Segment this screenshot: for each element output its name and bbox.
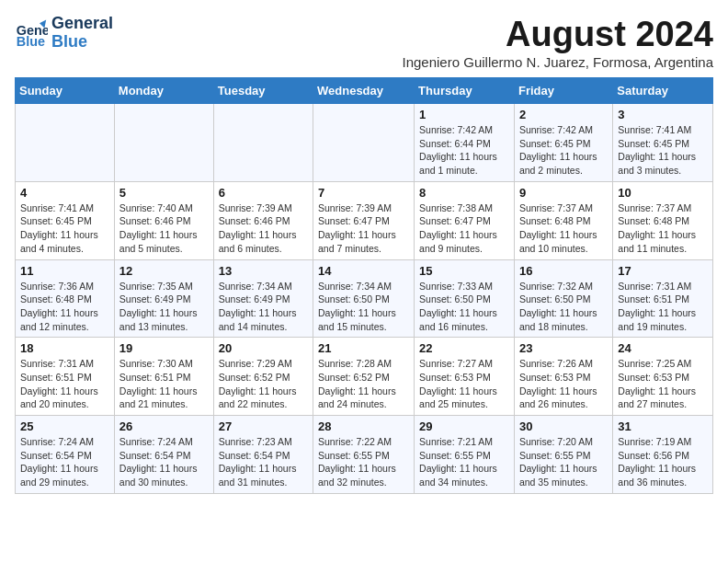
day-number: 9 (519, 186, 608, 200)
day-number: 13 (219, 264, 308, 278)
day-info: Sunrise: 7:22 AM Sunset: 6:55 PM Dayligh… (318, 435, 409, 489)
day-info: Sunrise: 7:25 AM Sunset: 6:53 PM Dayligh… (618, 357, 708, 411)
day-info: Sunrise: 7:37 AM Sunset: 6:48 PM Dayligh… (519, 201, 608, 256)
svg-text:Blue: Blue (17, 34, 45, 49)
day-number: 8 (419, 186, 509, 200)
day-info: Sunrise: 7:28 AM Sunset: 6:52 PM Dayligh… (318, 357, 409, 411)
day-info: Sunrise: 7:41 AM Sunset: 6:45 PM Dayligh… (20, 201, 109, 256)
day-number: 4 (20, 186, 109, 200)
day-cell: 30Sunrise: 7:20 AM Sunset: 6:55 PM Dayli… (514, 416, 612, 494)
day-cell: 2Sunrise: 7:42 AM Sunset: 6:45 PM Daylig… (514, 104, 612, 182)
day-info: Sunrise: 7:36 AM Sunset: 6:48 PM Dayligh… (20, 280, 109, 334)
day-info: Sunrise: 7:20 AM Sunset: 6:55 PM Dayligh… (519, 435, 608, 489)
day-cell: 14Sunrise: 7:34 AM Sunset: 6:50 PM Dayli… (313, 259, 415, 338)
day-number: 18 (20, 341, 109, 355)
week-row-4: 18Sunrise: 7:31 AM Sunset: 6:51 PM Dayli… (16, 338, 713, 416)
day-info: Sunrise: 7:37 AM Sunset: 6:48 PM Dayligh… (618, 201, 708, 256)
day-cell: 28Sunrise: 7:22 AM Sunset: 6:55 PM Dayli… (313, 416, 415, 494)
day-number: 3 (618, 108, 708, 121)
day-number: 19 (119, 341, 209, 355)
day-cell: 29Sunrise: 7:21 AM Sunset: 6:55 PM Dayli… (415, 416, 515, 494)
day-cell: 8Sunrise: 7:38 AM Sunset: 6:47 PM Daylig… (415, 181, 515, 259)
day-info: Sunrise: 7:34 AM Sunset: 6:49 PM Dayligh… (219, 280, 308, 334)
day-cell: 27Sunrise: 7:23 AM Sunset: 6:54 PM Dayli… (213, 416, 313, 494)
day-number: 17 (618, 264, 708, 278)
day-number: 30 (519, 419, 608, 433)
day-info: Sunrise: 7:24 AM Sunset: 6:54 PM Dayligh… (20, 435, 109, 489)
day-cell: 18Sunrise: 7:31 AM Sunset: 6:51 PM Dayli… (16, 338, 115, 416)
day-info: Sunrise: 7:29 AM Sunset: 6:52 PM Dayligh… (219, 357, 308, 411)
calendar-header: SundayMondayTuesdayWednesdayThursdayFrid… (16, 78, 713, 104)
day-cell: 13Sunrise: 7:34 AM Sunset: 6:49 PM Dayli… (213, 259, 313, 338)
day-info: Sunrise: 7:21 AM Sunset: 6:55 PM Dayligh… (419, 435, 509, 489)
week-row-3: 11Sunrise: 7:36 AM Sunset: 6:48 PM Dayli… (16, 259, 713, 338)
day-number: 22 (419, 341, 509, 355)
header-cell-wednesday: Wednesday (313, 78, 415, 104)
day-number: 16 (519, 264, 608, 278)
title-block: August 2024 Ingeniero Guillermo N. Juare… (403, 15, 714, 70)
day-cell (114, 104, 213, 182)
calendar-table: SundayMondayTuesdayWednesdayThursdayFrid… (15, 77, 713, 494)
day-cell: 1Sunrise: 7:42 AM Sunset: 6:44 PM Daylig… (415, 104, 515, 182)
week-row-1: 1Sunrise: 7:42 AM Sunset: 6:44 PM Daylig… (16, 104, 713, 182)
day-number: 5 (119, 186, 209, 200)
day-number: 11 (20, 264, 109, 278)
header-cell-thursday: Thursday (415, 78, 515, 104)
day-info: Sunrise: 7:23 AM Sunset: 6:54 PM Dayligh… (219, 435, 308, 489)
day-info: Sunrise: 7:33 AM Sunset: 6:50 PM Dayligh… (419, 280, 509, 334)
day-number: 6 (219, 186, 308, 200)
calendar-body: 1Sunrise: 7:42 AM Sunset: 6:44 PM Daylig… (16, 104, 713, 494)
day-number: 26 (119, 419, 209, 433)
day-info: Sunrise: 7:41 AM Sunset: 6:45 PM Dayligh… (618, 123, 708, 178)
day-info: Sunrise: 7:39 AM Sunset: 6:46 PM Dayligh… (219, 201, 308, 256)
logo: General Blue General Blue (15, 15, 113, 52)
day-cell: 5Sunrise: 7:40 AM Sunset: 6:46 PM Daylig… (114, 181, 213, 259)
day-cell: 6Sunrise: 7:39 AM Sunset: 6:46 PM Daylig… (213, 181, 313, 259)
day-cell: 31Sunrise: 7:19 AM Sunset: 6:56 PM Dayli… (613, 416, 713, 494)
logo-icon: General Blue (15, 17, 48, 50)
day-number: 2 (519, 108, 608, 121)
day-number: 21 (318, 341, 409, 355)
day-number: 20 (219, 341, 308, 355)
header-cell-friday: Friday (514, 78, 612, 104)
day-cell: 12Sunrise: 7:35 AM Sunset: 6:49 PM Dayli… (114, 259, 213, 338)
day-cell: 15Sunrise: 7:33 AM Sunset: 6:50 PM Dayli… (415, 259, 515, 338)
day-cell: 24Sunrise: 7:25 AM Sunset: 6:53 PM Dayli… (613, 338, 713, 416)
day-cell: 17Sunrise: 7:31 AM Sunset: 6:51 PM Dayli… (613, 259, 713, 338)
day-info: Sunrise: 7:19 AM Sunset: 6:56 PM Dayligh… (618, 435, 708, 489)
header-row: SundayMondayTuesdayWednesdayThursdayFrid… (16, 78, 713, 104)
day-info: Sunrise: 7:31 AM Sunset: 6:51 PM Dayligh… (618, 280, 708, 334)
day-cell (16, 104, 115, 182)
day-cell: 26Sunrise: 7:24 AM Sunset: 6:54 PM Dayli… (114, 416, 213, 494)
day-info: Sunrise: 7:27 AM Sunset: 6:53 PM Dayligh… (419, 357, 509, 411)
day-cell: 4Sunrise: 7:41 AM Sunset: 6:45 PM Daylig… (16, 181, 115, 259)
day-number: 12 (119, 264, 209, 278)
day-number: 15 (419, 264, 509, 278)
header-cell-sunday: Sunday (16, 78, 115, 104)
day-number: 23 (519, 341, 608, 355)
day-info: Sunrise: 7:39 AM Sunset: 6:47 PM Dayligh… (318, 201, 409, 256)
day-cell: 19Sunrise: 7:30 AM Sunset: 6:51 PM Dayli… (114, 338, 213, 416)
day-info: Sunrise: 7:42 AM Sunset: 6:45 PM Dayligh… (519, 123, 608, 178)
day-number: 27 (219, 419, 308, 433)
day-cell: 23Sunrise: 7:26 AM Sunset: 6:53 PM Dayli… (514, 338, 612, 416)
day-cell: 10Sunrise: 7:37 AM Sunset: 6:48 PM Dayli… (613, 181, 713, 259)
day-cell: 20Sunrise: 7:29 AM Sunset: 6:52 PM Dayli… (213, 338, 313, 416)
day-cell: 16Sunrise: 7:32 AM Sunset: 6:50 PM Dayli… (514, 259, 612, 338)
calendar-subtitle: Ingeniero Guillermo N. Juarez, Formosa, … (403, 54, 714, 70)
day-cell: 11Sunrise: 7:36 AM Sunset: 6:48 PM Dayli… (16, 259, 115, 338)
day-number: 29 (419, 419, 509, 433)
day-info: Sunrise: 7:42 AM Sunset: 6:44 PM Dayligh… (419, 123, 509, 178)
day-info: Sunrise: 7:40 AM Sunset: 6:46 PM Dayligh… (119, 201, 209, 256)
day-cell: 22Sunrise: 7:27 AM Sunset: 6:53 PM Dayli… (415, 338, 515, 416)
logo-text-blue: Blue (51, 33, 113, 52)
calendar-title: August 2024 (403, 15, 714, 54)
day-cell (213, 104, 313, 182)
day-number: 28 (318, 419, 409, 433)
header-cell-saturday: Saturday (613, 78, 713, 104)
day-cell: 9Sunrise: 7:37 AM Sunset: 6:48 PM Daylig… (514, 181, 612, 259)
page-header: General Blue General Blue August 2024 In… (15, 15, 713, 70)
day-info: Sunrise: 7:34 AM Sunset: 6:50 PM Dayligh… (318, 280, 409, 334)
day-number: 14 (318, 264, 409, 278)
day-cell: 21Sunrise: 7:28 AM Sunset: 6:52 PM Dayli… (313, 338, 415, 416)
